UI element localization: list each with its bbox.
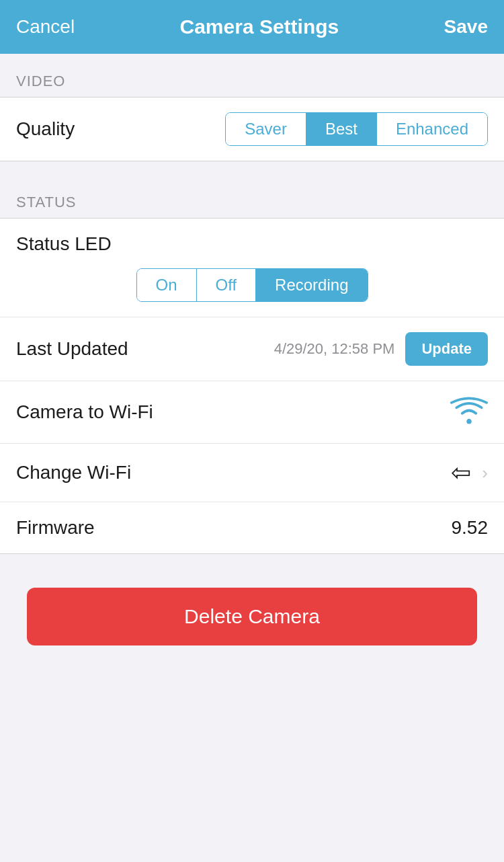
last-updated-right: 4/29/20, 12:58 PM Update xyxy=(274,332,488,366)
status-section-header: STATUS xyxy=(0,175,504,218)
change-wifi-row[interactable]: Change Wi-Fi ⇦ › xyxy=(0,444,504,502)
change-wifi-label: Change Wi-Fi xyxy=(16,462,131,483)
status-led-label: Status LED xyxy=(16,233,488,255)
update-button[interactable]: Update xyxy=(405,332,488,366)
delete-camera-button[interactable]: Delete Camera xyxy=(27,588,477,645)
status-led-recording-button[interactable]: Recording xyxy=(256,269,367,301)
status-led-row: Status LED On Off Recording xyxy=(0,219,504,317)
video-section-header: VIDEO xyxy=(0,54,504,97)
last-updated-row: Last Updated 4/29/20, 12:58 PM Update xyxy=(0,317,504,381)
firmware-label: Firmware xyxy=(16,517,95,539)
arrow-left-icon: ⇦ xyxy=(451,459,471,487)
chevron-right-icon: › xyxy=(482,463,488,483)
quality-row: Quality Saver Best Enhanced xyxy=(0,97,504,161)
last-updated-label: Last Updated xyxy=(16,338,128,360)
camera-wifi-label: Camera to Wi-Fi xyxy=(16,401,153,423)
status-led-off-button[interactable]: Off xyxy=(197,269,257,301)
cancel-button[interactable]: Cancel xyxy=(16,16,75,38)
status-card: Status LED On Off Recording Last Updated… xyxy=(0,218,504,554)
wifi-icon xyxy=(450,396,488,428)
change-wifi-right: ⇦ › xyxy=(451,459,488,487)
quality-best-button[interactable]: Best xyxy=(306,113,377,145)
quality-enhanced-button[interactable]: Enhanced xyxy=(377,113,487,145)
svg-point-0 xyxy=(466,419,471,424)
status-led-on-button[interactable]: On xyxy=(137,269,197,301)
quality-saver-button[interactable]: Saver xyxy=(226,113,306,145)
page-title: Camera Settings xyxy=(180,15,339,38)
status-led-segmented-control: On Off Recording xyxy=(136,268,368,302)
camera-wifi-row: Camera to Wi-Fi xyxy=(0,381,504,444)
delete-section: Delete Camera xyxy=(0,554,504,679)
app-header: Cancel Camera Settings Save xyxy=(0,0,504,54)
firmware-value: 9.52 xyxy=(452,517,489,539)
video-card: Quality Saver Best Enhanced xyxy=(0,97,504,161)
quality-segmented-control: Saver Best Enhanced xyxy=(225,112,488,146)
last-updated-time: 4/29/20, 12:58 PM xyxy=(274,340,395,358)
status-led-controls: On Off Recording xyxy=(16,268,488,302)
firmware-row: Firmware 9.52 xyxy=(0,502,504,553)
save-button[interactable]: Save xyxy=(444,16,488,38)
quality-label: Quality xyxy=(16,118,75,140)
